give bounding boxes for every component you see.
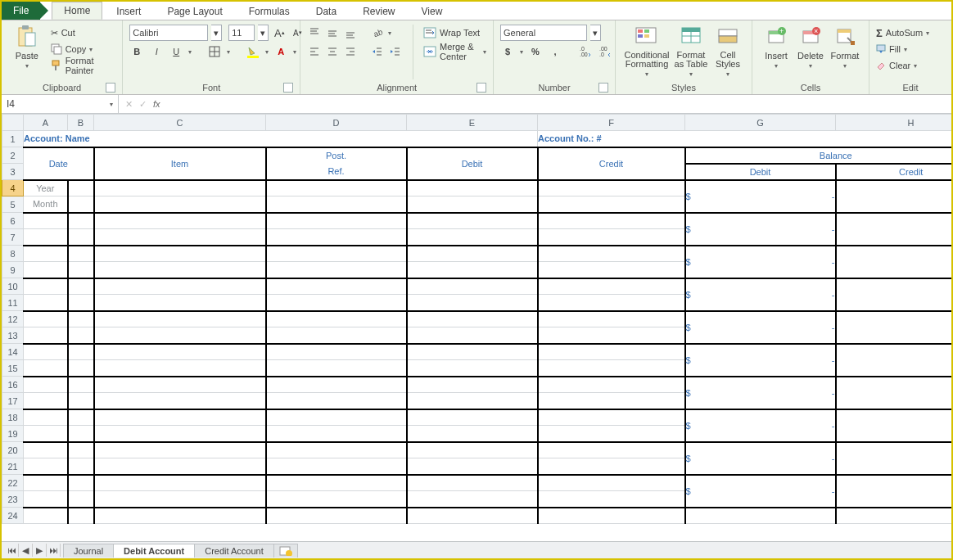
row-header[interactable]: 10 <box>2 278 24 295</box>
row-header[interactable]: 16 <box>2 377 24 393</box>
increase-decimal-icon[interactable]: .0.00 <box>578 44 593 59</box>
fill-button[interactable]: Fill▾ <box>876 41 929 57</box>
cell[interactable] <box>266 196 407 213</box>
fx-icon[interactable]: fx <box>153 99 160 109</box>
tab-review[interactable]: Review <box>350 2 407 20</box>
last-sheet-button[interactable]: ⏭ <box>47 544 61 557</box>
row-header[interactable]: 9 <box>2 262 24 278</box>
cell[interactable]: Balance <box>685 147 952 164</box>
font-name-select[interactable]: Calibri <box>129 25 208 41</box>
cell[interactable]: $- <box>685 180 836 213</box>
wrap-text-button[interactable]: Wrap Text <box>423 25 486 41</box>
accounting-format-button[interactable]: $ <box>500 44 515 59</box>
row-header[interactable]: 22 <box>2 475 24 491</box>
cell[interactable]: Account: Name <box>24 131 538 147</box>
cell[interactable]: Credit <box>836 164 952 180</box>
cell[interactable] <box>68 196 94 213</box>
increase-indent-icon[interactable] <box>388 44 403 59</box>
row-header[interactable]: 20 <box>2 442 24 458</box>
font-size-select[interactable]: 11 <box>228 25 255 41</box>
col-header[interactable]: E <box>407 115 538 131</box>
format-painter-button[interactable]: Format Painter <box>51 57 116 74</box>
borders-button[interactable] <box>207 44 222 59</box>
row-header[interactable]: 7 <box>2 229 24 246</box>
number-format-select[interactable]: General <box>500 25 587 41</box>
col-header[interactable]: F <box>538 115 685 131</box>
delete-cells-button[interactable]: × Delete▾ <box>793 23 828 81</box>
row-header[interactable]: 6 <box>2 213 24 229</box>
format-as-table-button[interactable]: Format as Table▾ <box>671 23 711 81</box>
next-sheet-button[interactable]: ▶ <box>33 544 47 557</box>
row-header[interactable]: 14 <box>2 344 24 360</box>
col-header[interactable]: A <box>24 115 68 131</box>
tab-insert[interactable]: Insert <box>104 2 153 20</box>
row-header[interactable]: 21 <box>2 458 24 475</box>
row-header[interactable]: 24 <box>2 508 24 524</box>
dialog-launcher-icon[interactable] <box>106 83 115 93</box>
prev-sheet-button[interactable]: ◀ <box>19 544 33 557</box>
cell[interactable]: Account No.: # <box>538 131 952 147</box>
cell[interactable]: Date <box>24 147 94 180</box>
col-header[interactable]: G <box>685 115 836 131</box>
cell-styles-button[interactable]: Cell Styles▾ <box>711 23 745 81</box>
chevron-down-icon[interactable]: ▾ <box>110 101 113 108</box>
underline-button[interactable]: U <box>169 44 183 59</box>
row-header[interactable]: 2 <box>2 147 24 164</box>
tab-home[interactable]: Home <box>52 2 102 20</box>
row-header[interactable]: 8 <box>2 246 24 262</box>
clear-button[interactable]: Clear▾ <box>876 57 929 74</box>
row-header[interactable]: 1 <box>2 131 24 147</box>
cell[interactable] <box>407 180 538 196</box>
row-header[interactable]: 4 <box>2 180 24 196</box>
row-header[interactable]: 19 <box>2 426 24 442</box>
cell[interactable]: Year <box>24 180 68 196</box>
dialog-launcher-icon[interactable] <box>598 83 608 93</box>
file-tab[interactable]: File <box>2 2 40 20</box>
align-middle-icon[interactable] <box>325 25 340 40</box>
chevron-down-icon[interactable]: ▾ <box>590 25 601 41</box>
bold-button[interactable]: B <box>129 44 144 59</box>
font-color-button[interactable]: A <box>273 44 288 59</box>
cell[interactable]: Debit <box>407 147 538 180</box>
cell[interactable]: Debit <box>685 164 836 180</box>
percent-format-button[interactable]: % <box>528 44 543 59</box>
spreadsheet-grid[interactable]: A B C D E F G H 1 Account: Name Account … <box>2 114 951 541</box>
copy-button[interactable]: Copy▾ <box>51 41 116 57</box>
row-header[interactable]: 3 <box>2 164 24 180</box>
col-header[interactable]: H <box>836 115 952 131</box>
merge-center-button[interactable]: Merge & Center▾ <box>423 43 486 60</box>
tab-formulas[interactable]: Formulas <box>237 2 302 20</box>
dialog-launcher-icon[interactable] <box>283 83 293 93</box>
cell[interactable] <box>266 180 407 196</box>
conditional-formatting-button[interactable]: Conditional Formatting▾ <box>622 23 671 81</box>
col-header[interactable]: D <box>266 115 407 131</box>
align-center-icon[interactable] <box>325 44 340 59</box>
cell[interactable] <box>538 196 685 213</box>
insert-cells-button[interactable]: + Insert▾ <box>759 23 793 81</box>
grow-font-icon[interactable]: A▴ <box>272 25 287 40</box>
row-header[interactable]: 23 <box>2 491 24 508</box>
autosum-button[interactable]: ΣAutoSum▾ <box>876 25 929 41</box>
align-right-icon[interactable] <box>343 44 358 59</box>
align-top-icon[interactable] <box>307 25 322 40</box>
cell[interactable]: Ref. <box>266 164 407 180</box>
row-header[interactable]: 17 <box>2 393 24 409</box>
name-box[interactable]: I4▾ <box>2 95 119 113</box>
sheet-tab[interactable]: Journal <box>63 544 114 558</box>
row-header[interactable]: 5 <box>2 196 24 213</box>
paste-button[interactable]: Paste ▾ <box>8 23 46 81</box>
tab-view[interactable]: View <box>409 2 455 20</box>
fill-color-button[interactable] <box>246 44 260 59</box>
row-header[interactable]: 12 <box>2 311 24 327</box>
col-header[interactable]: C <box>94 115 266 131</box>
decrease-decimal-icon[interactable]: .00.0 <box>598 44 612 59</box>
cell[interactable] <box>94 196 266 213</box>
cell[interactable] <box>836 180 952 213</box>
row-header[interactable]: 11 <box>2 295 24 311</box>
row-header[interactable]: 18 <box>2 409 24 426</box>
cell[interactable]: Item <box>94 147 266 180</box>
sheet-tab[interactable]: Debit Account <box>113 544 195 558</box>
format-cells-button[interactable]: Format▾ <box>828 23 862 81</box>
select-all-button[interactable] <box>2 115 24 131</box>
decrease-indent-icon[interactable] <box>370 44 385 59</box>
